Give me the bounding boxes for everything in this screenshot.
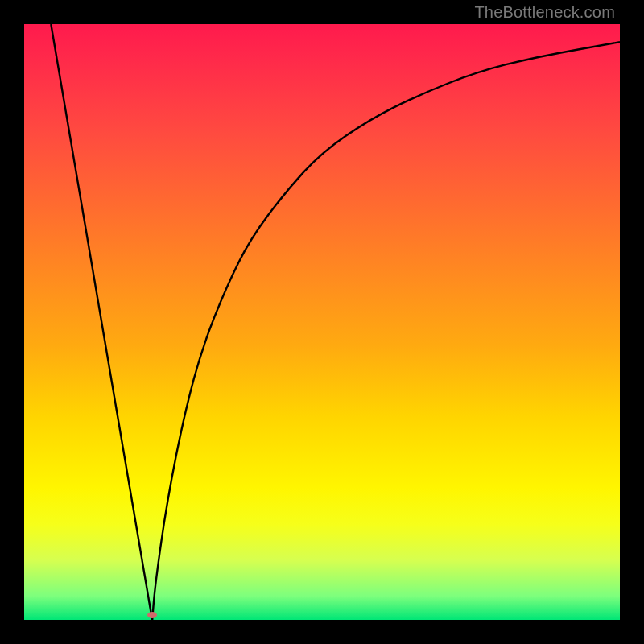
plot-area: [24, 24, 620, 620]
watermark-text: TheBottleneck.com: [474, 3, 615, 22]
heat-gradient-background: [24, 24, 620, 620]
minimum-marker: [147, 612, 157, 618]
chart-frame: TheBottleneck.com: [0, 0, 644, 644]
